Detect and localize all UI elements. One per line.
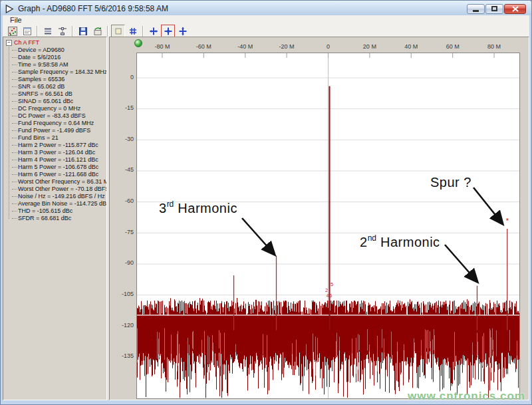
tree-item[interactable]: Harm 6 Power = -121.668 dBc	[9, 171, 106, 178]
probe-cursor-button[interactable]	[55, 25, 69, 37]
toolbar-separator	[37, 26, 38, 37]
tree-item[interactable]: SFDR = 68.681 dBc	[9, 215, 106, 222]
x-tick-label: -20 M	[279, 43, 295, 50]
tree-item[interactable]: DC Frequency = 0 MHz	[9, 105, 106, 112]
window-title: Graph - AD9680 FFT 5/6/2016 9:58:58 AM	[18, 4, 467, 13]
tree-item[interactable]: Average Bin Noise = -114.725 dBFS	[9, 200, 106, 207]
tile-cross-active-icon	[163, 26, 174, 37]
tree-item[interactable]: Noise / Hz = -149.216 dBFS / Hz	[9, 193, 106, 200]
y-tick-label: -75	[110, 229, 134, 235]
tile-cross-alt-icon	[178, 26, 188, 37]
fft-graph-button[interactable]	[5, 25, 19, 37]
x-tick-label: 60 M	[446, 43, 460, 50]
list-view-button[interactable]	[41, 25, 55, 37]
tile-cross-icon	[148, 26, 159, 37]
x-tick-label: -60 M	[196, 43, 211, 50]
minimize-icon	[473, 10, 479, 12]
y-tick-label: -15	[110, 104, 134, 111]
watermark: www.cntronics.com	[408, 390, 525, 400]
maximize-button[interactable]	[485, 4, 503, 14]
menubar: File	[3, 15, 529, 24]
x-tick-label: 20 M	[363, 43, 376, 50]
single-plot-button[interactable]	[111, 25, 125, 37]
bin-marker-46: 46	[327, 293, 332, 299]
annotation-3rd-harmonic: 3rd Harmonic	[159, 200, 237, 216]
window-controls	[467, 4, 526, 14]
toolbar-separator	[72, 26, 73, 37]
tree-item[interactable]: Harm 3 Power = -126.04 dBc	[9, 149, 106, 156]
tile-cross-active-button[interactable]	[161, 25, 175, 37]
x-tick-label: 0	[327, 43, 330, 50]
tree-item[interactable]: THD = -105.615 dBc	[9, 207, 106, 215]
graph-panel: 5246* www.cntronics.com -80 M-60 M-40 M-…	[109, 37, 529, 400]
toolbar-separator	[107, 26, 108, 37]
x-tick-label: 40 M	[404, 43, 418, 50]
annotation-2nd-harmonic: 2nd Harmonic	[360, 234, 440, 250]
status-led-icon	[134, 39, 142, 47]
main-content: Ch A FFT Device = AD9680Date = 5/6/2016T…	[3, 37, 529, 400]
export-icon	[92, 26, 103, 37]
grid-toggle-button[interactable]	[126, 25, 140, 37]
titlebar: Graph - AD9680 FFT 5/6/2016 9:58:58 AM	[1, 1, 531, 15]
report-icon	[22, 26, 33, 37]
close-button[interactable]	[504, 4, 526, 14]
tree-item[interactable]: Device = AD9680	[9, 47, 106, 54]
tree-item[interactable]: Fund Frequency = 0.64 MHz	[9, 120, 106, 127]
fft-plot: 5246*	[136, 53, 520, 399]
y-tick-label: 0	[110, 74, 134, 80]
x-tick-label: 80 M	[487, 43, 501, 50]
tree-item[interactable]: Worst Other Frequency = 86.31 MHz	[9, 178, 106, 186]
x-tick-label: -80 M	[154, 43, 170, 50]
maximize-icon	[491, 6, 497, 11]
results-tree-panel: Ch A FFT Device = AD9680Date = 5/6/2016T…	[3, 37, 107, 400]
y-tick-label: -120	[110, 322, 134, 329]
tree-item[interactable]: Sample Frequency = 184.32 MHz	[9, 68, 106, 76]
report-button[interactable]	[20, 25, 34, 37]
export-button[interactable]	[90, 25, 104, 37]
tree-item[interactable]: Harm 2 Power = -115.877 dBc	[9, 142, 106, 149]
menu-file[interactable]: File	[7, 16, 25, 24]
tree-item[interactable]: Fund Bins = 21	[9, 134, 106, 142]
app-icon	[5, 4, 15, 14]
tree-item[interactable]: Harm 4 Power = -116.121 dBc	[9, 156, 106, 164]
tree-item[interactable]: Date = 5/6/2016	[9, 54, 106, 61]
minimize-button[interactable]	[467, 4, 485, 14]
list-icon	[43, 26, 53, 37]
tree-item[interactable]: Samples = 65536	[9, 76, 106, 83]
tree-items: Device = AD9680Date = 5/6/2016Time = 9:5…	[6, 47, 106, 222]
tree-item[interactable]: SNRFS = 66.561 dB	[9, 90, 106, 98]
save-button[interactable]	[76, 25, 90, 37]
tree-root-label: Ch A FFT	[14, 39, 39, 47]
bin-marker-5: 5	[331, 281, 333, 287]
tile-cross-alt-button[interactable]	[176, 25, 190, 37]
y-tick-label: -45	[110, 166, 134, 173]
tree-item[interactable]: Fund Power = -1.499 dBFS	[9, 127, 106, 134]
app-window: Graph - AD9680 FFT 5/6/2016 9:58:58 AM F…	[0, 0, 532, 405]
tree-item[interactable]: SINAD = 65.061 dBc	[9, 98, 106, 105]
tree-root-ch-a-fft[interactable]: Ch A FFT	[6, 39, 106, 47]
save-icon	[78, 26, 88, 37]
y-tick-label: -105	[110, 291, 134, 297]
toolbar-separator	[142, 26, 144, 37]
x-tick-label: -40 M	[237, 43, 253, 50]
tree-item[interactable]: Time = 9:58:58 AM	[9, 61, 106, 68]
grid-toggle-icon	[128, 26, 138, 37]
annotation-spur-: Spur ?	[430, 175, 471, 190]
y-tick-label: -90	[110, 259, 134, 266]
tree-item[interactable]: Harm 5 Power = -106.678 dBc	[9, 164, 106, 171]
tree-item[interactable]: SNR = 65.062 dB	[9, 83, 106, 90]
tree-item[interactable]: DC Power = -83.43 dBFS	[9, 112, 106, 120]
fft-graph-icon	[7, 26, 18, 37]
y-tick-label: -60	[110, 198, 134, 204]
single-plot-icon	[113, 26, 124, 37]
bin-marker-*: *	[506, 217, 509, 225]
y-tick-label: -30	[110, 136, 134, 142]
y-tick-label: -135	[110, 352, 134, 359]
close-icon	[512, 6, 519, 12]
tile-cross-button[interactable]	[146, 25, 160, 37]
probe-cursor-icon	[57, 26, 68, 37]
tree-item[interactable]: Worst Other Power = -70.18 dBFS	[9, 186, 106, 193]
